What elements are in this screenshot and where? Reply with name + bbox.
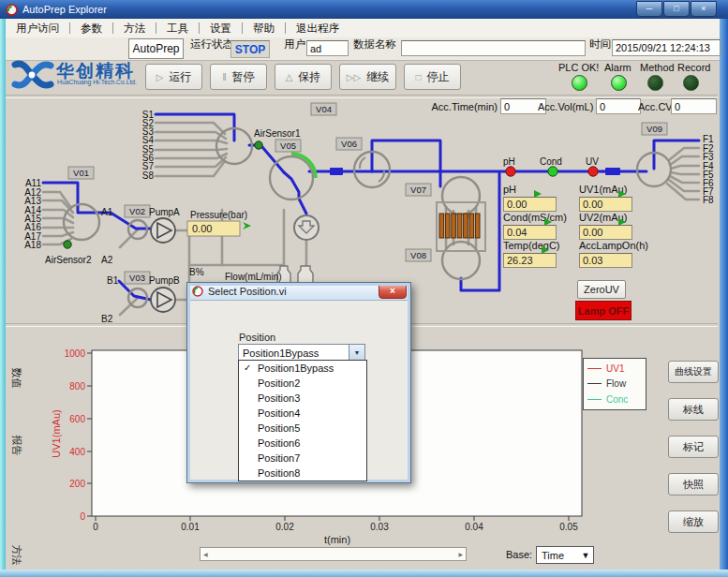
svg-text:F8: F8 [703,195,714,205]
ph-label: pH [503,156,515,167]
option-position5[interactable]: Position5 [239,421,366,436]
injector-body[interactable] [294,215,319,240]
minimize-button[interactable]: ─ [636,1,662,17]
menu-method[interactable]: 方法 [113,22,156,36]
uv-sensor-led [588,167,598,176]
resume-button[interactable]: ▷▷ 继续 [339,64,396,90]
mark-button[interactable]: 标记 [668,436,719,458]
option-position4[interactable]: Position4 [239,406,366,421]
record-label: Record [677,62,710,73]
brand-subtitle: HuaChuang Hi-Tech.Co.Ltd. [57,79,137,85]
valve-tag-v01[interactable]: V01 [73,168,89,178]
option-position7[interactable]: Position7 [239,451,366,466]
svg-text:0.01: 0.01 [181,522,200,532]
cond-readout-label: Cond(mS/cm) [503,212,567,223]
svg-text:0: 0 [80,511,85,522]
zero-uv-button[interactable]: ZeroUV [577,280,626,299]
time-label: 时间 [589,37,611,52]
menu-bar: 用户访问 参数 方法 工具 设置 帮助 退出程序 [6,19,720,38]
run-button[interactable]: ▷ 运行 [145,64,202,90]
window-frame-right [720,19,728,577]
base-dropdown[interactable]: Time ▼ [536,546,594,564]
valve-tag-v02[interactable]: V02 [129,206,145,216]
autoprep-badge: AutoPrep [128,38,184,59]
marker-line-button[interactable]: 标线 [668,398,719,421]
valve-tag-v05[interactable]: V05 [280,141,296,151]
valve-tag-v08[interactable]: V08 [410,250,426,260]
stop-button[interactable]: □ 停止 [404,64,461,90]
valve-tag-v04[interactable]: V04 [316,104,332,114]
title-bar: AutoPrep Explorer ─ □ × [0,0,728,19]
scroll-right-icon[interactable]: ▶ [458,551,463,557]
uv1-legend-label[interactable]: UV1 [606,363,624,374]
y-tick-labels: 1000 800 600 400 200 0 [65,348,86,522]
dialog-title-bar[interactable]: Select Position.vi × [187,283,410,301]
play-icon: ▷ [156,72,164,82]
valve-tag-v07[interactable]: V07 [410,185,426,195]
user-label: 用户 [284,37,305,52]
chart-legend: UV1 Flow Conc [583,358,646,410]
pressure-value: 0.00 [192,223,212,234]
cond-label: Cond [540,156,562,167]
valve-tag-v09[interactable]: V09 [646,124,662,134]
scroll-left-icon[interactable]: ◀ [203,551,208,557]
position-label: Position [239,332,275,343]
temp-readout-label: Temp(degC) [503,240,560,251]
conc-legend-label[interactable]: Conc [606,394,628,405]
valve-tag-v06[interactable]: V06 [341,139,357,149]
chart-scrollbar[interactable]: ◀ ▶ [200,547,467,561]
hold-button[interactable]: △ 保持 [275,64,332,90]
menu-help[interactable]: 帮助 [243,22,285,36]
svg-text:600: 600 [69,414,85,424]
air-sensor-2-led [64,241,71,248]
base-label: Base: [506,549,532,560]
menu-settings[interactable]: 设置 [200,22,242,36]
stop-button-label: 停止 [427,69,450,85]
option-position2[interactable]: Position2 [239,376,366,391]
tab-values[interactable]: 数值 [9,368,23,389]
curve-settings-button[interactable]: 曲线设置 [668,361,719,383]
svg-text:200: 200 [69,479,85,489]
flow-legend-line [587,383,602,384]
user-field[interactable]: ad [306,40,349,56]
menu-parameters[interactable]: 参数 [70,22,112,36]
option-position8[interactable]: Position8 [239,466,366,481]
option-position3[interactable]: Position3 [239,391,366,406]
option-position1bypass[interactable]: ✓ Position1Bypass [239,361,366,376]
data-name-label: 数据名称 [353,37,396,52]
lamp-off-button[interactable]: Lamp OFF [575,301,631,320]
x-axis-title: t(min) [324,534,350,545]
pause-icon: ‖ [222,72,226,82]
data-name-field[interactable] [401,40,586,56]
option-position6[interactable]: Position6 [239,436,366,451]
menu-exit[interactable]: 退出程序 [286,22,349,36]
pump-a-label: PumpA [149,207,180,217]
company-logo [9,58,54,92]
flow-legend-label[interactable]: Flow [606,378,626,389]
app-window: AutoPrep Explorer ─ □ × 用户访问 参数 方法 工具 设置… [0,0,728,577]
option-label: Position1Bypass [258,362,334,374]
tab-report[interactable]: 报告 [9,436,23,456]
maximize-button[interactable]: □ [663,1,690,17]
plc-label: PLC OK! [558,62,599,73]
window-controls: ─ □ × [636,1,717,17]
svg-text:800: 800 [69,381,85,392]
zoom-button[interactable]: 缩放 [668,510,719,533]
dialog-close-button[interactable]: × [379,284,407,299]
app-icon [6,4,18,16]
close-button[interactable]: × [691,1,717,17]
tab-method[interactable]: 方法 [9,545,23,566]
pause-button[interactable]: ‖ 暂停 [210,64,267,90]
menu-user-access[interactable]: 用户访问 [6,22,69,36]
column [437,202,485,251]
valve-tags: V01 V02 V03 V04 V05 V06 V07 V08 V09 [68,103,667,284]
ph-readout-field: 0.00 [503,197,557,212]
valve-v07-body[interactable] [442,177,480,215]
menu-tools[interactable]: 工具 [156,22,199,36]
valve-v08-body[interactable] [442,242,480,279]
pressure-label: Pressure(bar) [190,210,247,220]
time-field: 2015/09/21 12:24:13 [612,39,721,56]
snapshot-button[interactable]: 快照 [668,473,719,496]
pipe-union [605,168,620,175]
valve-tag-v03[interactable]: V03 [129,273,145,283]
